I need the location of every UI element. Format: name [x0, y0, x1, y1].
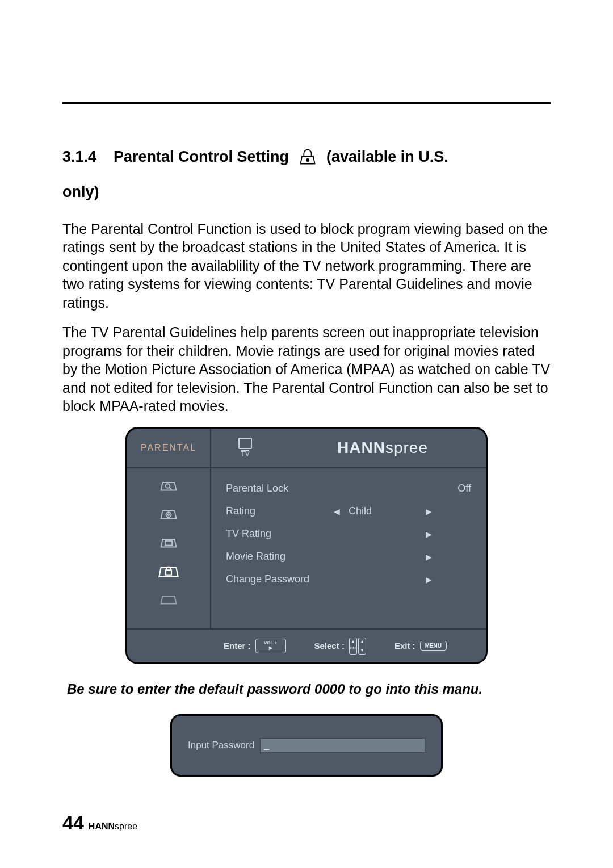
lock-folder-icon	[155, 559, 182, 583]
svg-rect-5	[166, 570, 171, 575]
password-note: Be sure to enter the default password 00…	[62, 681, 551, 697]
target-icon	[155, 502, 182, 526]
osd-header: PARENTAL TV HANNspree	[127, 429, 486, 468]
svg-point-2	[166, 512, 171, 517]
osd-footer: Enter : VOL + ▶ Select : ▲CH ▲▼ Exit : M…	[127, 628, 486, 662]
svg-point-0	[306, 159, 309, 161]
password-field[interactable]: _	[260, 738, 425, 753]
osd-brand: HANNspree	[279, 429, 486, 467]
osd-header-title: PARENTAL	[127, 429, 211, 467]
body-paragraph-2: The TV Parental Guidelines help parents …	[62, 323, 551, 416]
footer-enter: Enter : VOL + ▶	[224, 639, 286, 653]
svg-point-1	[166, 484, 170, 488]
osd-sidebar	[127, 468, 211, 628]
top-horizontal-rule	[62, 102, 551, 104]
row-label: TV Rating	[226, 528, 328, 540]
right-arrow-icon[interactable]: ▶	[420, 507, 437, 516]
footer-brand-bold: HANN	[89, 821, 115, 831]
footer-brand: HANNspree	[89, 820, 137, 832]
brand-light: spree	[385, 439, 428, 457]
row-label: Movie Rating	[226, 551, 328, 563]
section-title-line2: only)	[62, 179, 99, 206]
osd-row-tv-rating[interactable]: TV Rating ▶	[226, 523, 471, 546]
footer-exit-label: Exit :	[394, 641, 415, 651]
left-arrow-icon[interactable]: ◀	[328, 507, 345, 516]
body-paragraph-1: The Parental Control Function is used to…	[62, 220, 551, 312]
brand-bold: HANN	[337, 439, 385, 457]
osd-row-movie-rating[interactable]: Movie Rating ▶	[226, 546, 471, 568]
page-number: 44	[62, 812, 84, 834]
footer-exit: Exit : MENU	[394, 641, 447, 651]
ch-key-right: ▲▼	[358, 638, 366, 655]
magnifier-icon	[155, 474, 182, 498]
svg-rect-4	[165, 541, 172, 546]
right-arrow-icon[interactable]: ▶	[420, 530, 437, 539]
folder-icon	[155, 588, 182, 611]
svg-point-3	[168, 514, 170, 515]
page-footer: 44 HANNspree	[62, 812, 137, 834]
row-label: Rating	[226, 505, 328, 517]
osd-body: Parental Lock Off Rating ◀ Child ▶ TV Ra…	[127, 468, 486, 628]
osd-tab-label: TV	[241, 450, 249, 458]
vol-plus-key-icon: VOL + ▶	[255, 639, 286, 653]
osd-row-change-password[interactable]: Change Password ▶	[226, 568, 471, 591]
osd-row-parental-lock[interactable]: Parental Lock Off	[226, 477, 471, 500]
parental-lock-icon	[296, 145, 320, 169]
monitor-icon	[155, 531, 182, 555]
footer-select: Select : ▲CH ▲▼	[314, 638, 366, 655]
section-number: 3.1.4	[62, 144, 96, 170]
footer-brand-light: spree	[115, 821, 137, 831]
row-label: Parental Lock	[226, 483, 328, 494]
osd-parental-panel: PARENTAL TV HANNspree	[125, 427, 488, 664]
vol-key-label: VOL +	[264, 641, 277, 645]
tv-icon	[238, 438, 252, 449]
section-heading: 3.1.4 Parental Control Setting (availabl…	[62, 144, 551, 206]
input-password-panel: Input Password _	[170, 714, 443, 777]
password-label: Input Password	[188, 740, 254, 751]
menu-key-icon: MENU	[420, 641, 447, 651]
row-trailing: Off	[437, 483, 471, 494]
ch-key-icon: ▲CH ▲▼	[349, 638, 366, 655]
right-arrow-icon[interactable]: ▶	[420, 552, 437, 561]
row-value: Child	[345, 505, 420, 517]
osd-content: Parental Lock Off Rating ◀ Child ▶ TV Ra…	[211, 468, 486, 628]
row-label: Change Password	[226, 573, 328, 585]
footer-select-label: Select :	[314, 641, 345, 651]
osd-header-tab: TV	[211, 429, 279, 467]
section-title-part2: (available in U.S.	[326, 144, 448, 170]
section-title-part1: Parental Control Setting	[114, 144, 289, 170]
osd-row-rating[interactable]: Rating ◀ Child ▶	[226, 500, 471, 523]
footer-enter-label: Enter :	[224, 641, 251, 651]
right-arrow-icon[interactable]: ▶	[420, 575, 437, 584]
ch-key-left: ▲CH	[349, 638, 357, 655]
right-triangle-icon: ▶	[269, 646, 272, 651]
